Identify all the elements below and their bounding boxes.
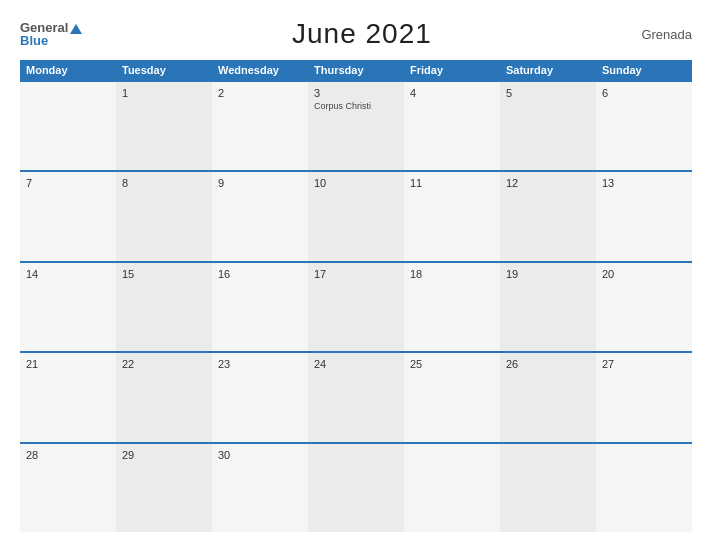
day-number: 12	[506, 177, 590, 189]
calendar-cell: 29	[116, 444, 212, 532]
day-number: 10	[314, 177, 398, 189]
calendar-cell: 3Corpus Christi	[308, 82, 404, 170]
calendar-cell: 9	[212, 172, 308, 260]
calendar-title: June 2021	[292, 18, 432, 50]
day-number: 23	[218, 358, 302, 370]
calendar-week: 282930	[20, 442, 692, 532]
calendar-cell: 19	[500, 263, 596, 351]
calendar-cell: 23	[212, 353, 308, 441]
day-number: 6	[602, 87, 686, 99]
country-label: Grenada	[641, 27, 692, 42]
day-number: 8	[122, 177, 206, 189]
calendar: MondayTuesdayWednesdayThursdayFridaySatu…	[20, 60, 692, 532]
calendar-cell: 11	[404, 172, 500, 260]
header: General Blue June 2021 Grenada	[20, 18, 692, 50]
day-number: 24	[314, 358, 398, 370]
calendar-cell: 16	[212, 263, 308, 351]
calendar-cell: 27	[596, 353, 692, 441]
calendar-header: MondayTuesdayWednesdayThursdayFridaySatu…	[20, 60, 692, 80]
day-number: 16	[218, 268, 302, 280]
day-number: 30	[218, 449, 302, 461]
day-number: 25	[410, 358, 494, 370]
day-number: 28	[26, 449, 110, 461]
day-event: Corpus Christi	[314, 101, 398, 111]
day-number: 13	[602, 177, 686, 189]
calendar-cell: 5	[500, 82, 596, 170]
weekday-header: Friday	[404, 60, 500, 80]
day-number: 17	[314, 268, 398, 280]
calendar-cell: 4	[404, 82, 500, 170]
calendar-cell	[596, 444, 692, 532]
calendar-cell: 13	[596, 172, 692, 260]
day-number: 19	[506, 268, 590, 280]
day-number: 4	[410, 87, 494, 99]
calendar-cell: 22	[116, 353, 212, 441]
calendar-cell: 15	[116, 263, 212, 351]
calendar-cell: 17	[308, 263, 404, 351]
calendar-cell	[20, 82, 116, 170]
calendar-week: 78910111213	[20, 170, 692, 260]
calendar-cell	[308, 444, 404, 532]
calendar-cell	[500, 444, 596, 532]
day-number: 14	[26, 268, 110, 280]
calendar-week: 21222324252627	[20, 351, 692, 441]
calendar-cell: 24	[308, 353, 404, 441]
calendar-cell	[404, 444, 500, 532]
calendar-cell: 7	[20, 172, 116, 260]
calendar-cell: 14	[20, 263, 116, 351]
day-number: 2	[218, 87, 302, 99]
day-number: 27	[602, 358, 686, 370]
weekday-header: Thursday	[308, 60, 404, 80]
day-number: 3	[314, 87, 398, 99]
day-number: 21	[26, 358, 110, 370]
calendar-cell: 26	[500, 353, 596, 441]
weekday-header: Saturday	[500, 60, 596, 80]
day-number: 7	[26, 177, 110, 189]
day-number: 5	[506, 87, 590, 99]
calendar-week: 14151617181920	[20, 261, 692, 351]
day-number: 9	[218, 177, 302, 189]
calendar-cell: 30	[212, 444, 308, 532]
calendar-cell: 1	[116, 82, 212, 170]
day-number: 1	[122, 87, 206, 99]
day-number: 22	[122, 358, 206, 370]
calendar-cell: 21	[20, 353, 116, 441]
page: General Blue June 2021 Grenada MondayTue…	[0, 0, 712, 550]
weekday-header: Sunday	[596, 60, 692, 80]
calendar-cell: 18	[404, 263, 500, 351]
logo-blue-text: Blue	[20, 34, 82, 47]
day-number: 11	[410, 177, 494, 189]
calendar-body: 123Corpus Christi45678910111213141516171…	[20, 80, 692, 532]
day-number: 29	[122, 449, 206, 461]
calendar-cell: 20	[596, 263, 692, 351]
weekday-header: Wednesday	[212, 60, 308, 80]
calendar-cell: 12	[500, 172, 596, 260]
weekday-header: Tuesday	[116, 60, 212, 80]
day-number: 15	[122, 268, 206, 280]
day-number: 26	[506, 358, 590, 370]
calendar-week: 123Corpus Christi456	[20, 80, 692, 170]
calendar-cell: 8	[116, 172, 212, 260]
calendar-cell: 6	[596, 82, 692, 170]
calendar-cell: 25	[404, 353, 500, 441]
calendar-cell: 28	[20, 444, 116, 532]
logo: General Blue	[20, 21, 82, 47]
calendar-cell: 10	[308, 172, 404, 260]
day-number: 18	[410, 268, 494, 280]
weekday-header: Monday	[20, 60, 116, 80]
calendar-cell: 2	[212, 82, 308, 170]
day-number: 20	[602, 268, 686, 280]
logo-triangle-icon	[70, 24, 82, 34]
